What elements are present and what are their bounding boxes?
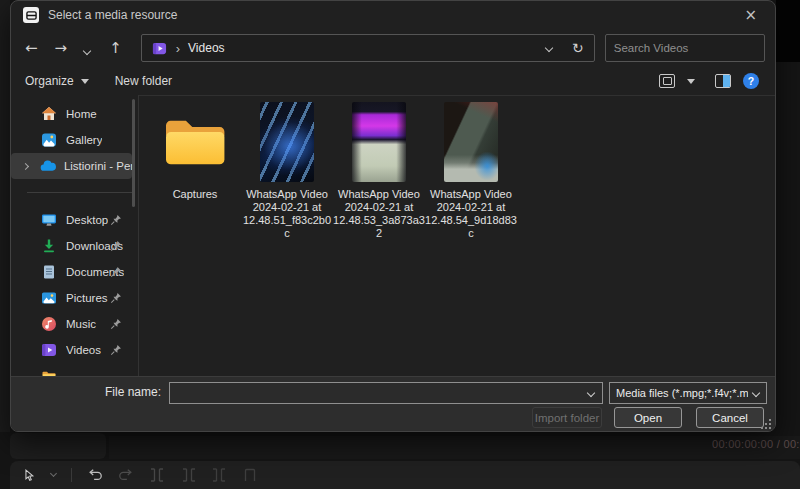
gallery-icon <box>41 132 58 149</box>
crop-icon[interactable] <box>242 468 258 482</box>
search-box <box>605 34 765 62</box>
app-logo-icon <box>23 7 39 23</box>
sidebar-item-partial-folder[interactable] <box>11 363 132 376</box>
forward-icon[interactable]: → <box>55 39 68 57</box>
select-media-resource-dialog: Select a media resource × ← → ↑ › Videos… <box>10 0 776 432</box>
sidebar-item-home[interactable]: Home <box>11 101 132 127</box>
breadcrumb-chevron-icon: › <box>176 41 180 56</box>
folder-icon <box>149 102 241 182</box>
pin-icon <box>110 318 122 330</box>
dialog-body: Home Gallery <box>11 95 775 376</box>
navigation-sidebar: Home Gallery <box>11 95 138 376</box>
sidebar-item-onedrive[interactable]: Listiorini - Perso <box>11 153 132 179</box>
view-mode-icon[interactable] <box>659 74 675 88</box>
background-media-panel <box>10 433 106 459</box>
video-item-3[interactable]: WhatsApp Video 2024-02-21 at 12.48.54_9d… <box>425 102 517 240</box>
navigation-bar: ← → ↑ › Videos ↻ <box>11 32 775 64</box>
background-app-right-edge <box>776 0 800 62</box>
view-mode-caret-icon[interactable] <box>687 79 695 84</box>
cursor-options-chevron-icon[interactable] <box>50 470 57 477</box>
pin-icon <box>110 344 122 356</box>
redo-icon[interactable] <box>118 468 134 482</box>
onedrive-icon <box>39 158 56 175</box>
pin-icon <box>110 266 122 278</box>
video-item-1[interactable]: WhatsApp Video 2024-02-21 at 12.48.51_f8… <box>241 102 333 240</box>
back-icon[interactable]: ← <box>25 39 38 57</box>
file-type-chevron-icon <box>752 389 760 397</box>
videos-location-icon <box>152 41 167 56</box>
organize-caret-icon <box>81 79 89 84</box>
file-list-area[interactable]: Captures WhatsApp Video 2024-02-21 at 12… <box>139 96 775 376</box>
dialog-titlebar: Select a media resource × <box>11 1 775 29</box>
address-dropdown-chevron-icon[interactable] <box>545 44 553 52</box>
command-bar: Organize New folder ? <box>11 67 775 95</box>
file-type-select[interactable]: Media files (*.mpg;*.f4v;*.mov;' <box>609 382 767 404</box>
downloads-icon <box>41 238 58 255</box>
address-bar[interactable]: › Videos ↻ <box>141 34 595 62</box>
delete-right-icon[interactable] <box>211 468 227 482</box>
pin-icon <box>110 214 122 226</box>
new-folder-button[interactable]: New folder <box>115 74 172 88</box>
file-name-combo <box>169 382 603 404</box>
file-label: WhatsApp Video 2024-02-21 at 12.48.51_f8… <box>243 188 331 240</box>
folder-item-captures[interactable]: Captures <box>149 102 241 201</box>
pin-icon <box>110 240 122 252</box>
import-folder-button[interactable]: Import folder <box>532 407 602 428</box>
delete-left-icon[interactable] <box>180 468 196 482</box>
open-button[interactable]: Open <box>614 407 682 428</box>
videos-icon <box>41 342 58 359</box>
sidebar-item-documents[interactable]: Documents <box>11 259 132 285</box>
close-icon[interactable]: × <box>738 6 763 25</box>
cancel-button[interactable]: Cancel <box>696 407 764 428</box>
desktop-icon <box>41 212 58 229</box>
file-name-input[interactable] <box>170 383 602 403</box>
pin-icon <box>110 292 122 304</box>
toolbar-divider <box>71 468 72 482</box>
file-name-label: File name: <box>11 385 161 399</box>
home-icon <box>41 106 58 123</box>
split-clip-icon[interactable] <box>149 468 165 482</box>
sidebar-item-gallery[interactable]: Gallery <box>11 127 132 153</box>
search-input[interactable] <box>614 42 768 54</box>
video-item-2[interactable]: WhatsApp Video 2024-02-21 at 12.48.53_3a… <box>333 102 425 240</box>
file-label: Captures <box>173 188 218 201</box>
folder-icon <box>41 368 58 377</box>
preview-pane-icon[interactable] <box>715 74 731 88</box>
dialog-title: Select a media resource <box>48 8 177 22</box>
help-icon[interactable]: ? <box>743 73 759 89</box>
sidebar-item-downloads[interactable]: Downloads <box>11 233 132 259</box>
timeline-toolbar <box>10 461 800 489</box>
undo-icon[interactable] <box>87 468 103 482</box>
resize-grip[interactable] <box>761 419 771 429</box>
file-label: WhatsApp Video 2024-02-21 at 12.48.53_3a… <box>333 188 425 240</box>
pictures-icon <box>41 290 58 307</box>
breadcrumb-location[interactable]: Videos <box>188 41 224 55</box>
sidebar-scrollbar[interactable] <box>132 99 135 207</box>
timeline-timecode: 00:00:00:00 / 00:0 <box>712 438 800 450</box>
up-icon[interactable]: ↑ <box>109 39 122 57</box>
sidebar-item-pictures[interactable]: Pictures <box>11 285 132 311</box>
expand-chevron-icon[interactable] <box>23 164 33 169</box>
file-label: WhatsApp Video 2024-02-21 at 12.48.54_9d… <box>425 188 517 240</box>
music-icon <box>41 316 58 333</box>
video-thumbnail <box>260 102 314 182</box>
recent-locations-chevron-icon[interactable] <box>84 40 90 57</box>
organize-button[interactable]: Organize <box>25 74 89 88</box>
video-thumbnail <box>444 102 498 182</box>
sidebar-separator <box>27 192 132 193</box>
screen: 00:00:00:00 / 00:0 <box>0 0 800 489</box>
background-app-left-edge <box>0 0 10 432</box>
dialog-footer: File name: Media files (*.mpg;*.f4v;*.mo… <box>11 376 775 432</box>
background-timeline-panel <box>109 436 800 459</box>
documents-icon <box>41 264 58 281</box>
video-thumbnail <box>352 102 406 182</box>
sidebar-item-music[interactable]: Music <box>11 311 132 337</box>
sidebar-item-videos[interactable]: Videos <box>11 337 132 363</box>
select-cursor-icon[interactable] <box>22 468 36 483</box>
refresh-icon[interactable]: ↻ <box>572 40 584 56</box>
sidebar-item-desktop[interactable]: Desktop <box>11 207 132 233</box>
